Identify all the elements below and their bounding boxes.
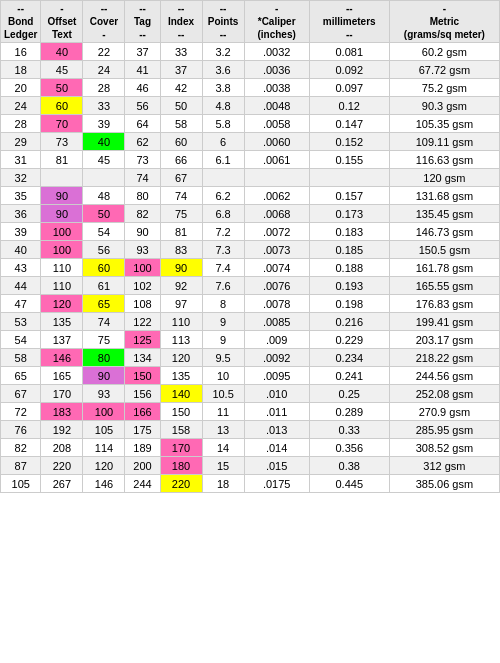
cell-index: 60 xyxy=(160,133,202,151)
cell-caliper: .0095 xyxy=(244,367,309,385)
cell-mm: 0.157 xyxy=(309,187,389,205)
cell-caliper: .010 xyxy=(244,385,309,403)
cell-mm: 0.356 xyxy=(309,439,389,457)
cell-tag: 122 xyxy=(125,313,160,331)
cell-offset: 165 xyxy=(41,367,83,385)
cell-tag: 74 xyxy=(125,169,160,187)
cell-metric: 120 gsm xyxy=(389,169,499,187)
cell-cover: 114 xyxy=(83,439,125,457)
cell-bond: 18 xyxy=(1,61,41,79)
table-row: 327467120 gsm xyxy=(1,169,500,187)
cell-tag: 73 xyxy=(125,151,160,169)
cell-index: 81 xyxy=(160,223,202,241)
cell-points: 9 xyxy=(202,331,244,349)
table-row: 671709315614010.5.0100.25252.08 gsm xyxy=(1,385,500,403)
cell-metric: 385.06 gsm xyxy=(389,475,499,493)
cell-tag: 244 xyxy=(125,475,160,493)
cell-tag: 150 xyxy=(125,367,160,385)
cell-metric: 252.08 gsm xyxy=(389,385,499,403)
cell-metric: 312 gsm xyxy=(389,457,499,475)
cell-index: 97 xyxy=(160,295,202,313)
cell-bond: 20 xyxy=(1,79,41,97)
cell-mm: 0.198 xyxy=(309,295,389,313)
cell-cover: 60 xyxy=(83,259,125,277)
cell-index: 37 xyxy=(160,61,202,79)
cell-index: 74 xyxy=(160,187,202,205)
cell-index: 33 xyxy=(160,43,202,61)
cell-points: 10 xyxy=(202,367,244,385)
header-points: --Points-- xyxy=(202,1,244,43)
cell-tag: 100 xyxy=(125,259,160,277)
cell-mm: 0.33 xyxy=(309,421,389,439)
cell-index: 170 xyxy=(160,439,202,457)
table-row: 4411061102927.6.00760.193165.55 gsm xyxy=(1,277,500,295)
cell-cover: 28 xyxy=(83,79,125,97)
cell-caliper: .0073 xyxy=(244,241,309,259)
cell-bond: 105 xyxy=(1,475,41,493)
cell-offset: 170 xyxy=(41,385,83,403)
cell-bond: 44 xyxy=(1,277,41,295)
cell-caliper: .0175 xyxy=(244,475,309,493)
cell-metric: 270.9 gsm xyxy=(389,403,499,421)
cell-cover: 75 xyxy=(83,331,125,349)
table-row: 31814573666.1.00610.155116.63 gsm xyxy=(1,151,500,169)
cell-mm: 0.445 xyxy=(309,475,389,493)
table-row: 58146801341209.5.00920.234218.22 gsm xyxy=(1,349,500,367)
cell-tag: 41 xyxy=(125,61,160,79)
cell-metric: 203.17 gsm xyxy=(389,331,499,349)
cell-index: 75 xyxy=(160,205,202,223)
cell-metric: 199.41 gsm xyxy=(389,313,499,331)
cell-tag: 93 xyxy=(125,241,160,259)
cell-offset: 192 xyxy=(41,421,83,439)
cell-mm: 0.216 xyxy=(309,313,389,331)
cell-caliper: .011 xyxy=(244,403,309,421)
cell-bond: 35 xyxy=(1,187,41,205)
cell-bond: 40 xyxy=(1,241,41,259)
cell-index: 67 xyxy=(160,169,202,187)
cell-cover: 90 xyxy=(83,367,125,385)
cell-cover: 24 xyxy=(83,61,125,79)
cell-bond: 72 xyxy=(1,403,41,421)
cell-points: 15 xyxy=(202,457,244,475)
cell-offset: 110 xyxy=(41,277,83,295)
cell-index: 220 xyxy=(160,475,202,493)
cell-cover xyxy=(83,169,125,187)
cell-cover: 93 xyxy=(83,385,125,403)
cell-bond: 36 xyxy=(1,205,41,223)
cell-points: 3.8 xyxy=(202,79,244,97)
cell-caliper: .0062 xyxy=(244,187,309,205)
cell-cover: 54 xyxy=(83,223,125,241)
cell-cover: 48 xyxy=(83,187,125,205)
header-offset: -OffsetText xyxy=(41,1,83,43)
table-row: 54137751251139.0090.229203.17 gsm xyxy=(1,331,500,349)
cell-index: 150 xyxy=(160,403,202,421)
cell-caliper xyxy=(244,169,309,187)
cell-points: 5.8 xyxy=(202,115,244,133)
cell-offset: 208 xyxy=(41,439,83,457)
cell-offset: 100 xyxy=(41,223,83,241)
cell-cover: 39 xyxy=(83,115,125,133)
table-row: 651659015013510.00950.241244.56 gsm xyxy=(1,367,500,385)
cell-offset: 60 xyxy=(41,97,83,115)
header-bond: --BondLedger xyxy=(1,1,41,43)
cell-index: 110 xyxy=(160,313,202,331)
cell-offset: 90 xyxy=(41,187,83,205)
cell-mm: 0.193 xyxy=(309,277,389,295)
header-cover: --Cover- xyxy=(83,1,125,43)
cell-metric: 90.3 gsm xyxy=(389,97,499,115)
cell-offset: 90 xyxy=(41,205,83,223)
table-row: 7218310016615011.0110.289270.9 gsm xyxy=(1,403,500,421)
cell-metric: 218.22 gsm xyxy=(389,349,499,367)
cell-offset: 110 xyxy=(41,259,83,277)
cell-offset: 45 xyxy=(41,61,83,79)
cell-bond: 82 xyxy=(1,439,41,457)
cell-metric: 67.72 gsm xyxy=(389,61,499,79)
cell-tag: 189 xyxy=(125,439,160,457)
cell-tag: 80 xyxy=(125,187,160,205)
cell-caliper: .0085 xyxy=(244,313,309,331)
cell-mm: 0.25 xyxy=(309,385,389,403)
cell-metric: 131.68 gsm xyxy=(389,187,499,205)
table-row: 24603356504.8.00480.1290.3 gsm xyxy=(1,97,500,115)
cell-caliper: .0036 xyxy=(244,61,309,79)
cell-mm: 0.152 xyxy=(309,133,389,151)
